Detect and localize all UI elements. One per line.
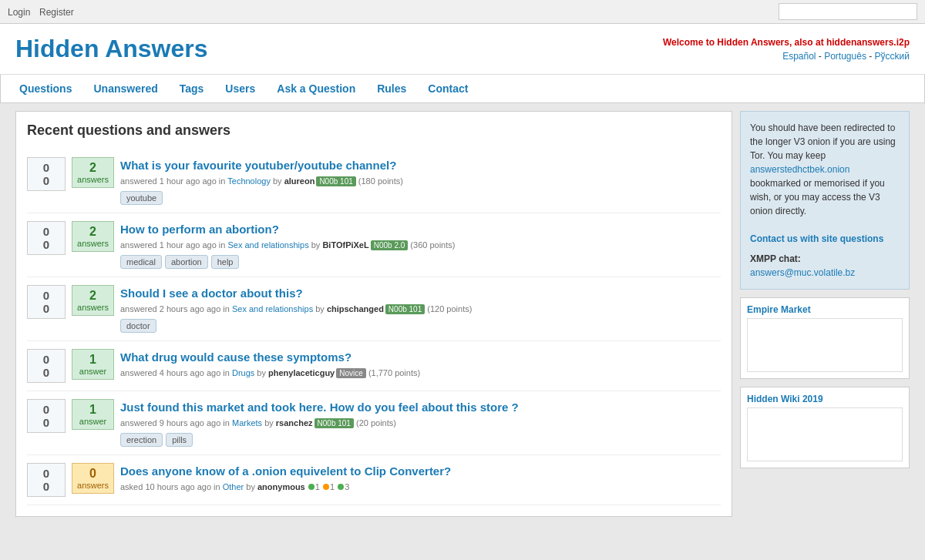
vote-count: 0 (43, 353, 49, 366)
meta-category[interactable]: Sex and relationships (227, 240, 308, 250)
answer-box: 2answers (72, 285, 114, 316)
welcome-message: Welcome to Hidden Answers, also at hidde… (663, 37, 910, 48)
tag[interactable]: erection (120, 433, 163, 447)
vote-count: 0 (43, 161, 49, 174)
tag[interactable]: abortion (165, 255, 208, 269)
ad2-title: Hidden Wiki 2019 (747, 394, 903, 404)
meta-category[interactable]: Drugs (232, 368, 254, 377)
meta-status: asked (120, 482, 143, 491)
nav-link-tags[interactable]: Tags (169, 75, 215, 102)
question-content: What drug would cause these symptoms?ans… (120, 349, 721, 383)
question-content: What is your favourite youtuber/youtube … (120, 157, 721, 205)
nav-link-unanswered[interactable]: Unanswered (82, 75, 168, 102)
question-link[interactable]: Should I see a doctor about this? (120, 287, 303, 300)
vote-box: 00 (27, 399, 66, 433)
answer-box: 2answers (72, 221, 114, 252)
question-title: How to perform an abortion? (120, 221, 721, 237)
question-item: 002answersHow to perform an abortion?ans… (27, 213, 721, 277)
tag[interactable]: doctor (120, 319, 156, 333)
meta-time: 2 hours ago (160, 304, 204, 314)
meta-time: 1 hour ago (160, 176, 200, 186)
dot-num1: 1 (315, 482, 320, 491)
answer-count: 1 (89, 403, 96, 417)
question-meta: answered 9 hours ago ago in Markets by r… (120, 418, 721, 428)
question-item: 000answersDoes anyone know of a .onion e… (27, 455, 721, 505)
answer-label: answer (79, 367, 106, 376)
user-points: (360 points) (408, 240, 455, 250)
login-link[interactable]: Login (8, 7, 30, 18)
answer-count: 1 (89, 353, 96, 367)
user-badge: N00b 101 (316, 176, 355, 186)
question-meta: answered 1 hour ago ago in Sex and relat… (120, 240, 721, 250)
register-link[interactable]: Register (39, 7, 74, 18)
nav-item: Tags (169, 75, 215, 102)
meta-category[interactable]: Other (223, 482, 244, 491)
tag[interactable]: medical (120, 255, 162, 269)
lang-portugues[interactable]: Português (824, 51, 866, 62)
meta-user: rsanchez (276, 418, 313, 428)
nav-item: Rules (366, 75, 417, 102)
xmpp-label: XMPP chat: (750, 252, 900, 266)
meta-status: answered (120, 304, 157, 314)
sidebar-info-text1: You should have been redirected to the l… (750, 122, 896, 161)
tags-container: erectionpills (120, 433, 721, 447)
ad2-content (747, 407, 903, 461)
question-link[interactable]: What is your favourite youtuber/youtube … (120, 159, 396, 172)
lang-russian[interactable]: Рўссkий (875, 51, 910, 62)
meta-status: answered (120, 240, 157, 250)
vote-count: 0 (43, 467, 49, 480)
onion-link[interactable]: answerstedhctbek.onion (750, 164, 849, 175)
answer-box: 2answers (72, 157, 114, 188)
user-points: (1,770 points) (366, 368, 420, 377)
nav-item: Unanswered (82, 75, 168, 102)
tag[interactable]: pills (166, 433, 193, 447)
ad1-title: Empire Market (747, 304, 903, 315)
question-link[interactable]: Just found this market and took here. Ho… (120, 401, 519, 414)
question-list: 002answersWhat is your favourite youtube… (27, 149, 721, 505)
header: Hidden Answers Welcome to Hidden Answers… (0, 24, 925, 75)
meta-user: chipschanged (327, 304, 384, 314)
question-meta: asked 10 hours ago ago in Other by anony… (120, 482, 721, 491)
search-input[interactable] (779, 3, 917, 20)
tag[interactable]: youtube (120, 191, 163, 205)
lang-espanol[interactable]: Español (782, 51, 816, 62)
user-points: (120 points) (425, 304, 472, 314)
question-item: 001answerJust found this market and took… (27, 391, 721, 455)
contact-site-link[interactable]: Contact us with site questions (750, 233, 883, 244)
tag[interactable]: help (211, 255, 240, 269)
meta-user: phenylaceticguy (268, 368, 335, 377)
vote-count2: 0 (43, 480, 49, 493)
answer-label: answers (77, 239, 109, 248)
site-title[interactable]: Hidden Answers (15, 35, 208, 63)
dot-num2: 1 (330, 482, 335, 491)
meta-status: answered (120, 418, 157, 428)
meta-category[interactable]: Markets (232, 418, 262, 428)
meta-time: 10 hours ago (145, 482, 194, 491)
answer-label: answers (77, 175, 109, 184)
ad1-content (747, 318, 903, 372)
meta-user: BiTOfPiXeL (322, 240, 368, 250)
question-link[interactable]: How to perform an abortion? (120, 223, 279, 236)
nav-link-questions[interactable]: Questions (8, 75, 82, 102)
nav-link-rules[interactable]: Rules (366, 75, 417, 102)
nav-link-contact[interactable]: Contact (417, 75, 479, 102)
question-item: 002answersShould I see a doctor about th… (27, 277, 721, 341)
meta-category[interactable]: Technology (227, 176, 271, 186)
vote-count2: 0 (43, 416, 49, 429)
xmpp-email[interactable]: answers@muc.volatile.bz (750, 267, 855, 278)
question-link[interactable]: Does anyone know of a .onion equivelent … (120, 464, 451, 478)
nav-link-users[interactable]: Users (214, 75, 266, 102)
vote-box: 00 (27, 349, 66, 383)
question-title: What is your favourite youtuber/youtube … (120, 157, 721, 173)
language-links: Español - Português - Рўссkий (663, 51, 910, 62)
meta-category[interactable]: Sex and relationships (232, 304, 313, 314)
question-link[interactable]: What drug would cause these symptoms? (120, 350, 352, 364)
tags-container: medicalabortionhelp (120, 255, 721, 269)
question-content: Just found this market and took here. Ho… (120, 399, 721, 447)
nav-link-ask-a-question[interactable]: Ask a Question (266, 75, 366, 102)
meta-time: 4 hours ago (160, 368, 204, 377)
nav-item: Ask a Question (266, 75, 366, 102)
dot3 (338, 484, 344, 490)
sidebar: You should have been redirected to the l… (740, 111, 910, 517)
question-meta: answered 2 hours ago ago in Sex and rela… (120, 304, 721, 314)
